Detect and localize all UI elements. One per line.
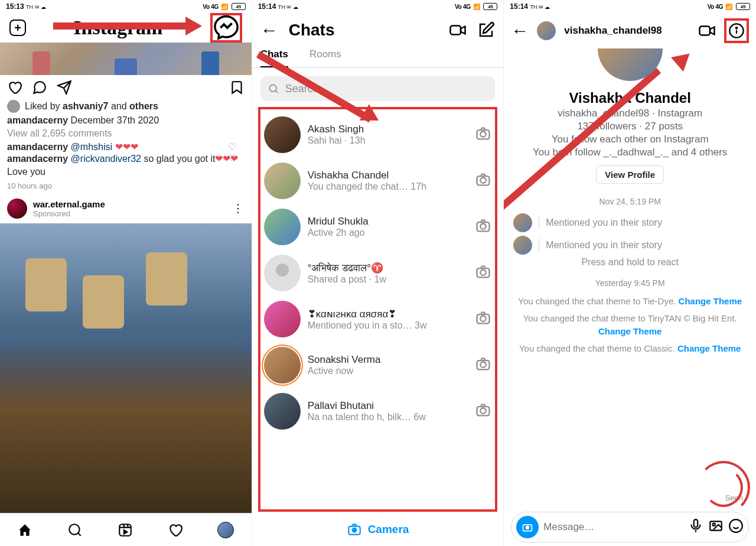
camera-icon[interactable]	[475, 217, 491, 236]
feed-header: + Instagram	[0, 13, 252, 43]
system-message: You changed the chat theme to Tie-Dye. C…	[513, 295, 747, 308]
chat-row[interactable]: Akash SinghSahi hai · 13h	[260, 112, 496, 158]
chat-row[interactable]: Mridul ShuklaActive 2h ago	[260, 204, 496, 250]
view-comments[interactable]: View all 2,695 comments	[7, 128, 245, 139]
mention-link[interactable]: @rickvandiver32	[68, 154, 144, 164]
tab-chats[interactable]: Chats	[260, 48, 288, 67]
svg-point-19	[351, 528, 357, 533]
reels-icon[interactable]	[118, 522, 133, 538]
back-icon[interactable]: ←	[511, 21, 529, 41]
search-bar[interactable]: Search	[260, 76, 496, 101]
feed-screen: 15:13 TH ✉ ☁ Vo 4G📶45 + Instagram Liked …	[0, 0, 252, 546]
chat-row[interactable]: ❣καɴιƨнκα αяσяα❣Mentioned you in a sto… …	[260, 296, 496, 342]
liker-avatar[interactable]	[7, 100, 20, 113]
others-link[interactable]: others	[129, 101, 158, 111]
chat-avatar[interactable]	[264, 347, 301, 384]
chat-row[interactable]: Sonakshi VermaActive now	[260, 342, 496, 388]
sponsored-image[interactable]	[0, 223, 252, 513]
mention-link[interactable]: @mhshisi	[68, 142, 115, 152]
camera-icon[interactable]	[475, 171, 491, 190]
change-theme-link[interactable]: Change Theme	[677, 343, 741, 353]
like-comment-icon[interactable]: ♡	[228, 141, 236, 152]
svg-rect-26	[694, 519, 698, 527]
chat-list-highlight: Akash SinghSahi hai · 13h Vishakha Chand…	[258, 107, 498, 512]
video-call-icon[interactable]	[449, 21, 467, 39]
author-link[interactable]: amandacerny	[7, 115, 68, 125]
chat-avatar[interactable]	[264, 162, 301, 199]
watermark-icon	[697, 461, 750, 514]
camera-button[interactable]: Camera	[252, 513, 504, 546]
chat-row[interactable]: Vishakha ChandelYou changed the chat… 17…	[260, 158, 496, 204]
like-comment-icon[interactable]: ♡	[228, 152, 236, 165]
tab-rooms[interactable]: Rooms	[309, 48, 341, 67]
bookmark-icon[interactable]	[229, 80, 245, 95]
video-call-icon[interactable]	[698, 22, 716, 40]
profile-avatar[interactable]	[598, 48, 663, 81]
activity-icon[interactable]	[168, 522, 183, 538]
msg-avatar[interactable]	[513, 236, 532, 255]
comment-icon[interactable]	[32, 80, 47, 95]
svg-rect-20	[700, 27, 711, 35]
sponsor-avatar[interactable]	[7, 199, 27, 219]
more-icon[interactable]: ⋯	[233, 203, 245, 214]
timestamp: 10 hours ago	[7, 181, 245, 190]
mic-icon[interactable]	[688, 518, 703, 536]
change-theme-link[interactable]: Change Theme	[679, 296, 742, 306]
chat-row[interactable]: °अभिषेक डढवाल°♈Shared a post · 1w	[260, 250, 496, 296]
svg-point-28	[713, 524, 715, 526]
chat-avatar[interactable]	[264, 209, 301, 245]
new-post-button[interactable]: +	[9, 20, 26, 36]
react-hint: Press and hold to react	[513, 257, 747, 268]
system-message: You changed the chat theme to TinyTAN © …	[513, 312, 747, 339]
home-icon[interactable]	[17, 522, 32, 538]
svg-point-25	[526, 526, 530, 530]
story-mention[interactable]: Mentioned you in their story	[513, 213, 747, 232]
change-theme-link[interactable]: Change Theme	[598, 326, 662, 336]
like-icon[interactable]	[7, 80, 22, 95]
share-icon[interactable]	[57, 80, 72, 95]
chat-avatar[interactable]	[264, 116, 301, 153]
info-button[interactable]	[724, 18, 749, 43]
chat-avatar[interactable]	[264, 301, 301, 337]
dm-thread-screen: 15:14 TH ✉ ☁ Vo 4G📶45 ← vishakha_chandel…	[504, 0, 756, 546]
post-image-1[interactable]	[0, 43, 252, 75]
chats-header: ← Chats	[252, 13, 504, 47]
profile-summary: Vishakha Chandel vishakha_chandel98 · In…	[504, 48, 756, 184]
search-icon[interactable]	[67, 522, 83, 538]
message-input[interactable]	[543, 521, 683, 533]
sticker-icon[interactable]	[728, 518, 744, 536]
camera-shortcut-icon[interactable]	[516, 516, 539, 538]
svg-point-23	[736, 27, 737, 28]
camera-icon[interactable]	[475, 125, 491, 144]
compose-icon[interactable]	[477, 21, 495, 39]
camera-icon[interactable]	[475, 310, 491, 329]
msg-avatar[interactable]	[513, 213, 532, 232]
camera-icon[interactable]	[475, 264, 491, 282]
story-mention[interactable]: Mentioned you in their story	[513, 236, 747, 255]
view-profile-button[interactable]: View Profile	[596, 165, 664, 184]
profile-avatar[interactable]	[217, 522, 234, 538]
messages[interactable]: Nov 24, 5:19 PM Mentioned you in their s…	[504, 184, 756, 508]
sponsored-header[interactable]: war.eternal.gameSponsored ⋯	[0, 190, 252, 223]
chat-avatar[interactable]	[264, 255, 301, 291]
date-divider: Nov 24, 5:19 PM	[513, 197, 747, 206]
post-meta: Liked by ashvaniy7 and others amandacern…	[0, 100, 252, 190]
liker-link[interactable]: ashvaniy7	[63, 101, 108, 111]
date-divider: Yesterday 9:45 PM	[513, 278, 747, 288]
camera-icon[interactable]	[475, 356, 491, 375]
svg-point-13	[481, 316, 486, 321]
chat-avatar[interactable]	[264, 393, 301, 430]
svg-point-11	[481, 270, 486, 275]
back-icon[interactable]: ←	[260, 20, 278, 40]
status-bar: 15:14 TH ✉ ☁ Vo 4G📶45	[252, 0, 504, 13]
header-avatar[interactable]	[537, 21, 556, 40]
messenger-button[interactable]	[210, 13, 242, 43]
svg-point-7	[481, 178, 486, 183]
header-username[interactable]: vishakha_chandel98	[564, 25, 690, 37]
camera-icon[interactable]	[475, 402, 491, 421]
message-input-bar	[511, 512, 749, 542]
svg-rect-1	[119, 524, 131, 536]
chat-row[interactable]: Pallavi BhutaniNa na talent tho h, bilk……	[260, 388, 496, 434]
system-message: You changed the chat theme to Classic. C…	[513, 342, 747, 356]
gallery-icon[interactable]	[708, 518, 724, 536]
